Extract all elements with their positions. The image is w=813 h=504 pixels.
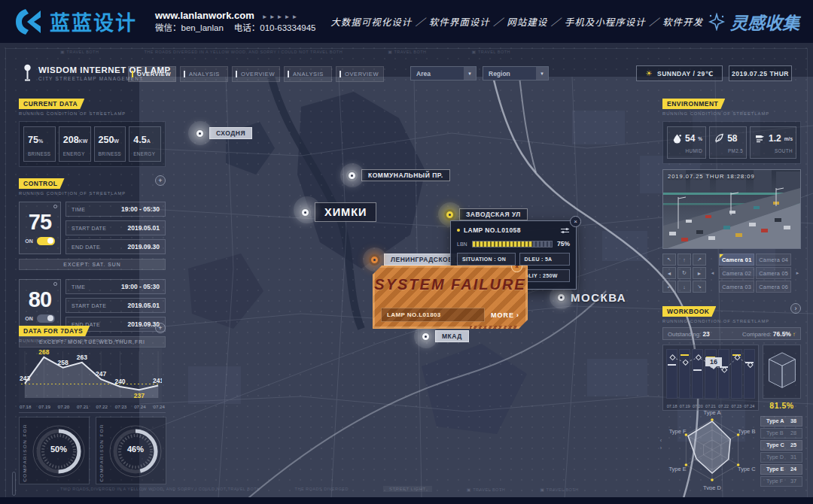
panel-subtitle: RUNNING CONDITION OF STREETLAMP bbox=[662, 111, 801, 116]
type-row-c[interactable]: Type C25 bbox=[760, 440, 802, 451]
svg-text:Type D: Type D bbox=[703, 484, 721, 490]
pan-left-icon[interactable]: ◄ bbox=[662, 267, 676, 279]
type-radar-chart: Type AType BType CType DType EType F bbox=[665, 407, 759, 490]
environment-stats: 54% HUMID 58 PM2.5 bbox=[662, 121, 801, 164]
stat-briness-w: 250W BRINESS bbox=[94, 126, 126, 162]
map-pin-skhodnya[interactable]: СХОДНЯ bbox=[194, 127, 252, 139]
traffic-scene bbox=[663, 170, 800, 249]
expand-chart-button[interactable]: + bbox=[155, 323, 166, 333]
tab-overview-1[interactable]: OVERVIEW bbox=[128, 66, 176, 82]
brightness-value: 75 bbox=[29, 211, 51, 233]
sparkle-icon bbox=[708, 13, 726, 31]
map-pin-khimki[interactable]: ХИМКИ bbox=[300, 202, 376, 222]
banner-services: 大数据可视化设计 ／ 软件界面设计 ／ 网站建设 ／ 手机及小程序设计 ／ 软件… bbox=[326, 14, 708, 29]
panel-title: DATA FOR 7DAYS bbox=[19, 326, 90, 336]
radar-pager[interactable]: ‹› bbox=[658, 407, 664, 452]
chevron-right-icon: › bbox=[516, 311, 519, 319]
lamp-pin-icon bbox=[444, 209, 455, 220]
pan-up-right-icon[interactable]: ↗ bbox=[693, 254, 706, 266]
map-pin-kommunalny[interactable]: КОММУНАЛЬНЫЙ ПР. bbox=[346, 169, 450, 181]
leaf-icon bbox=[714, 133, 724, 144]
gauge-value: 50% bbox=[41, 445, 77, 454]
type-row-e[interactable]: Type E24 bbox=[760, 464, 802, 475]
lamp-pin-icon bbox=[194, 128, 206, 139]
pan-up-left-icon[interactable]: ↖ bbox=[662, 254, 676, 266]
scroll-handle[interactable] bbox=[12, 472, 16, 496]
promo-banner: 蓝蓝设计 www.lanlanwork.com►►►►► 微信：ben_lanl… bbox=[0, 0, 813, 43]
bar-tooltip: 16 bbox=[705, 357, 722, 366]
camera-02-button[interactable]: Camera 02 bbox=[719, 267, 754, 279]
pan-up-icon[interactable]: ↑ bbox=[678, 254, 691, 266]
svg-text:263: 263 bbox=[77, 354, 87, 361]
tab-analysis-1[interactable]: ANALYSIS bbox=[180, 66, 228, 82]
panel-subtitle: RUNNING CONDITION OF STREETLAMP bbox=[19, 191, 166, 196]
panel-title: ENVIRONMENT bbox=[662, 99, 725, 109]
hatch-decor bbox=[470, 326, 518, 329]
status-dot bbox=[457, 229, 460, 232]
camera-01-button[interactable]: Camera 01 bbox=[719, 254, 754, 266]
camera-list-prev[interactable]: ◄ bbox=[709, 254, 716, 293]
arrow-up-icon: ↑ bbox=[793, 331, 796, 338]
lamp-pin-icon bbox=[346, 170, 358, 181]
camera-06-button[interactable]: Camera 06 bbox=[756, 281, 791, 293]
camera-timestamp: 2019.07.25 THUR 18:28:09 bbox=[668, 173, 755, 180]
region-select[interactable]: Region▾ bbox=[483, 66, 549, 80]
type-list: Type A38 Type B28 Type C25 Type D31 Type… bbox=[760, 416, 802, 487]
pan-right-icon[interactable]: ► bbox=[693, 267, 706, 279]
close-icon[interactable]: × bbox=[570, 216, 581, 227]
type-row-f[interactable]: Type F37 bbox=[760, 476, 802, 487]
chevron-down-icon: ▾ bbox=[464, 67, 476, 80]
pan-down-left-icon[interactable]: ↙ bbox=[662, 281, 676, 293]
type-row-a[interactable]: Type A38 bbox=[760, 416, 802, 427]
chevron-down-icon: ▾ bbox=[536, 67, 548, 80]
street-light-tag: STREET LIGHT bbox=[383, 486, 432, 492]
tab-overview-3[interactable]: OVERVIEW bbox=[336, 66, 384, 82]
outstanding-value: 23 bbox=[702, 330, 709, 338]
pan-down-icon[interactable]: ↓ bbox=[678, 281, 691, 293]
workbook-bar-chart: 16 07.1807.19 07.2007.21 07.2207.23 07.2… bbox=[662, 345, 759, 411]
week-chart-panel: DATA FOR 7DAYS + RUNNING CONDITION OF ST… bbox=[19, 323, 166, 413]
pan-down-right-icon[interactable]: ↘ bbox=[693, 281, 706, 293]
svg-text:237: 237 bbox=[134, 392, 145, 399]
more-button[interactable]: MORE› bbox=[491, 311, 519, 319]
panel-subtitle: RUNNING CONDITION OF STREETLAMP bbox=[662, 319, 801, 323]
svg-text:241: 241 bbox=[153, 377, 162, 384]
add-schedule-button[interactable]: + bbox=[155, 175, 166, 186]
ptz-dpad: ↖ ↑ ↗ ◄ ↻ ► ↙ ↓ ↘ bbox=[662, 254, 706, 293]
camera-04-button[interactable]: Camera 04 bbox=[756, 254, 791, 266]
banner-wechat: 微信：ben_lanlan bbox=[155, 23, 224, 32]
tab-overview-2[interactable]: OVERVIEW bbox=[232, 66, 280, 82]
map-pin-mkad[interactable]: МКАД bbox=[420, 330, 469, 342]
type-row-b[interactable]: Type B28 bbox=[760, 428, 802, 439]
svg-text:268: 268 bbox=[38, 348, 49, 356]
workbook-more-button[interactable]: › bbox=[790, 303, 801, 314]
failure-lamp-id: LAMP NO.L01803 bbox=[381, 308, 485, 322]
stat-energy-a: 4.5A ENERGY bbox=[129, 126, 161, 162]
current-data-stats: 75% BRINESS 208KW ENERGY 250W BRINESS 4.… bbox=[19, 121, 166, 167]
schedule-toggle[interactable] bbox=[37, 314, 55, 323]
lamp-id: LAMP NO.L01058 bbox=[464, 226, 556, 234]
reset-icon[interactable]: ↻ bbox=[678, 267, 691, 279]
map-pin-moskva[interactable]: МОСКВА bbox=[556, 291, 626, 304]
map-pin-zavodskaya[interactable]: ЗАВОДСКАЯ УЛ bbox=[444, 208, 528, 220]
lamp-dot-icon bbox=[53, 282, 57, 286]
camera-list-next[interactable]: ► bbox=[794, 254, 801, 293]
tab-analysis-2[interactable]: ANALYSIS bbox=[284, 66, 332, 82]
except-bar: EXCEPT: SAT. SUN bbox=[19, 259, 166, 270]
stat-wind: 1.2m/s SOUTH bbox=[750, 126, 796, 159]
schedule-toggle[interactable] bbox=[37, 237, 55, 245]
sliders-icon[interactable] bbox=[560, 227, 570, 234]
arrows-decor: ►►►►► bbox=[262, 14, 300, 20]
svg-text:Type E: Type E bbox=[668, 466, 686, 472]
lbn-progress-row: LBN 75% bbox=[451, 238, 576, 251]
week-x-labels: 07.1807.19 07.2007.21 07.2207.23 07.2407… bbox=[19, 404, 166, 413]
date-display: 2019.07.25 THUR bbox=[729, 65, 792, 81]
app-header: WISDOM INTERNET OF LAMP CITY STREETLAMP … bbox=[0, 64, 813, 88]
type-row-d[interactable]: Type D31 bbox=[760, 452, 802, 463]
start-date-row: START DATE2019.05.01 bbox=[65, 220, 166, 235]
banner-phone: 电话：010-63334945 bbox=[234, 23, 316, 32]
area-select[interactable]: Area▾ bbox=[410, 66, 477, 80]
camera-05-button[interactable]: Camera 05 bbox=[756, 267, 791, 279]
svg-text:258: 258 bbox=[58, 359, 69, 366]
camera-03-button[interactable]: Camera 03 bbox=[719, 281, 754, 293]
